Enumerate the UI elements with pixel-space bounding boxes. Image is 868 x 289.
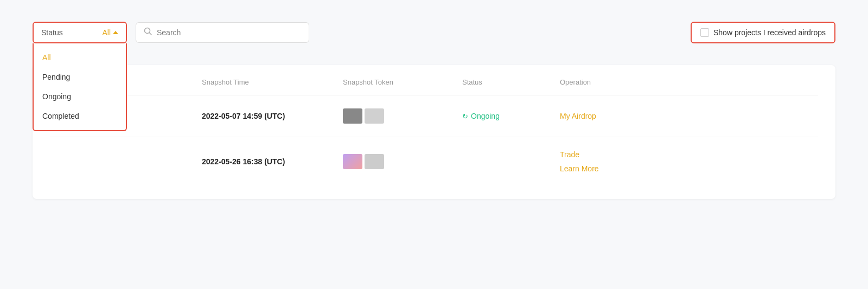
header-snapshot-time: Snapshot Time: [202, 78, 343, 86]
dropdown-item-ongoing[interactable]: Ongoing: [34, 87, 126, 106]
learn-more-link[interactable]: Learn More: [560, 164, 658, 173]
header-operation: Operation: [560, 78, 658, 86]
header-snapshot-token: Snapshot Token: [343, 78, 462, 86]
status-selected-value: All: [102, 28, 118, 37]
table-row: 2022-05-26 16:38 (UTC) Trade Learn More: [50, 137, 818, 186]
search-icon: [144, 27, 152, 38]
top-bar: Status All All Pending Ongoing Completed: [33, 22, 835, 43]
token-block-gray2: [365, 154, 384, 169]
dropdown-item-pending[interactable]: Pending: [34, 67, 126, 87]
token-block-colorful: [343, 154, 362, 169]
search-input[interactable]: [157, 28, 301, 37]
snapshot-time-1: 2022-05-07 14:59 (UTC): [202, 112, 343, 120]
page-container: Status All All Pending Ongoing Completed: [0, 0, 868, 289]
token-block-dark: [343, 108, 362, 124]
airdrop-checkbox-wrapper[interactable]: Show projects I received airdrops: [691, 22, 835, 43]
airdrop-checkbox-label: Show projects I received airdrops: [713, 28, 826, 37]
status-badge-ongoing: ↻ Ongoing: [462, 112, 560, 120]
snapshot-token-2: [343, 154, 462, 169]
table-area: Airdrop Period Snapshot Time Snapshot To…: [33, 65, 835, 199]
header-status: Status: [462, 78, 560, 86]
status-dropdown-wrapper: Status All All Pending Ongoing Completed: [33, 22, 127, 43]
token-block-gray: [365, 108, 384, 124]
airdrop-checkbox[interactable]: [700, 28, 709, 37]
snapshot-token-1: [343, 108, 462, 124]
search-wrapper: [136, 22, 309, 43]
trade-link[interactable]: Trade: [560, 150, 658, 159]
ongoing-icon: ↻: [462, 112, 468, 120]
operation-cell-1: My Airdrop: [560, 112, 658, 120]
dropdown-item-all[interactable]: All: [34, 48, 126, 67]
svg-line-1: [150, 33, 152, 35]
operation-cell-2: Trade Learn More: [560, 150, 658, 173]
table-row: May 2022 - Apr 2027 2022-05-07 14:59 (UT…: [50, 95, 818, 137]
left-controls: Status All All Pending Ongoing Completed: [33, 22, 309, 43]
status-label: Status: [41, 28, 63, 37]
snapshot-time-2: 2022-05-26 16:38 (UTC): [202, 157, 343, 166]
dropdown-item-completed[interactable]: Completed: [34, 106, 126, 126]
status-dropdown-menu: All Pending Ongoing Completed: [33, 43, 127, 131]
table-header: Airdrop Period Snapshot Time Snapshot To…: [50, 78, 818, 95]
status-dropdown-trigger[interactable]: Status All: [34, 23, 126, 42]
status-text-ongoing: Ongoing: [471, 112, 500, 120]
my-airdrop-link[interactable]: My Airdrop: [560, 112, 658, 120]
chevron-up-icon: [113, 31, 118, 34]
